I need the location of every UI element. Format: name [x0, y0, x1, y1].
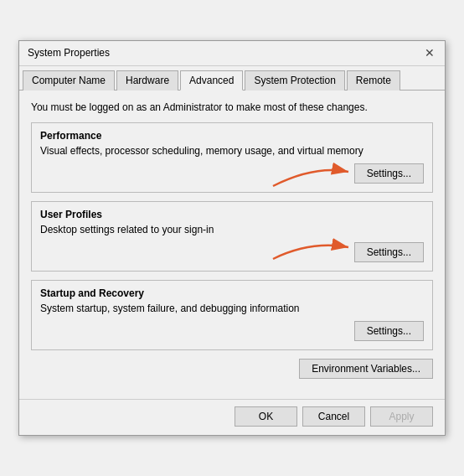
tab-computer-name[interactable]: Computer Name	[23, 70, 115, 91]
tab-remote[interactable]: Remote	[347, 70, 400, 91]
performance-btn-row: Settings...	[40, 163, 424, 184]
env-variables-row: Environment Variables...	[31, 359, 433, 379]
performance-settings-button[interactable]: Settings...	[354, 163, 424, 184]
content-area: You must be logged on as an Administrato…	[19, 91, 445, 400]
window-title: System Properties	[28, 47, 110, 59]
ok-button[interactable]: OK	[235, 406, 297, 427]
startup-recovery-title: Startup and Recovery	[40, 287, 424, 299]
performance-desc: Visual effects, processor scheduling, me…	[40, 145, 424, 157]
startup-recovery-settings-button[interactable]: Settings...	[354, 321, 424, 341]
system-properties-dialog: System Properties ✕ Computer Name Hardwa…	[18, 40, 446, 437]
user-profiles-btn-row: Settings...	[40, 242, 424, 262]
environment-variables-button[interactable]: Environment Variables...	[299, 359, 433, 379]
user-profiles-title: User Profiles	[40, 209, 424, 220]
user-profiles-desc: Desktop settings related to your sign-in	[40, 224, 424, 235]
title-bar: System Properties ✕	[19, 41, 445, 66]
startup-recovery-section: Startup and Recovery System startup, sys…	[31, 280, 433, 350]
performance-title: Performance	[40, 130, 424, 142]
cancel-button[interactable]: Cancel	[302, 406, 365, 427]
tab-bar: Computer Name Hardware Advanced System P…	[19, 66, 445, 91]
arrow-annotation-1	[265, 157, 365, 190]
user-profiles-settings-button[interactable]: Settings...	[354, 242, 424, 262]
tab-advanced[interactable]: Advanced	[180, 70, 243, 91]
admin-notice: You must be logged on as an Administrato…	[31, 101, 433, 115]
user-profiles-section: User Profiles Desktop settings related t…	[31, 201, 433, 272]
startup-recovery-desc: System startup, system failure, and debu…	[40, 303, 424, 314]
apply-button[interactable]: Apply	[370, 406, 433, 427]
dialog-footer: OK Cancel Apply	[19, 399, 445, 435]
performance-section: Performance Visual effects, processor sc…	[31, 122, 433, 193]
close-button[interactable]: ✕	[423, 46, 436, 60]
arrow-annotation-2	[265, 234, 365, 267]
tab-hardware[interactable]: Hardware	[116, 70, 178, 91]
startup-recovery-btn-row: Settings...	[40, 321, 424, 341]
tab-system-protection[interactable]: System Protection	[245, 70, 344, 91]
